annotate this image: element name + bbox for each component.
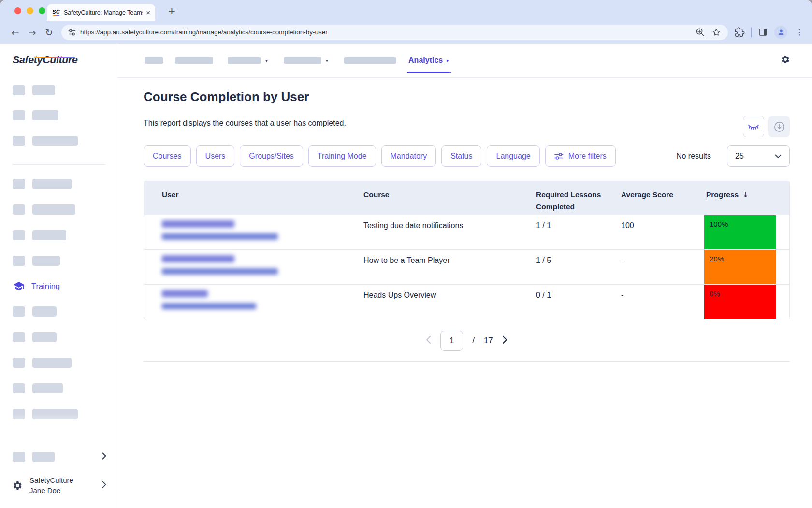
average-score-cell: -	[613, 285, 698, 319]
next-page-icon[interactable]	[502, 335, 508, 346]
sidebar-skeleton-item	[13, 409, 78, 419]
caret-down-icon: ▾	[265, 58, 268, 63]
side-panel-icon[interactable]	[758, 27, 768, 37]
extensions-icon[interactable]	[735, 27, 745, 37]
new-tab-button[interactable]: +	[168, 5, 176, 16]
nav-skeleton-tab	[175, 57, 213, 64]
sidebar-skeleton-item	[13, 230, 66, 240]
course-cell: How to be a Team Player	[355, 250, 528, 284]
site-settings-icon[interactable]	[68, 29, 76, 36]
top-navigation: ▾ ▾ Analytics ▾	[117, 44, 812, 78]
gear-icon	[13, 480, 23, 491]
column-header-required-lessons: Required Lessons Completed	[528, 181, 613, 215]
column-header-user: User	[144, 181, 355, 215]
hide-details-button[interactable]	[743, 116, 764, 137]
browser-window: SC SafetyCulture: Manage Teams and... × …	[0, 0, 812, 508]
sidebar-divider	[13, 164, 105, 165]
window-controls	[14, 7, 45, 14]
tab-analytics[interactable]: Analytics ▾	[408, 44, 449, 77]
progress-cell: 100%	[698, 215, 789, 249]
chevron-down-icon	[775, 154, 782, 159]
bookmark-star-icon[interactable]	[711, 28, 721, 37]
sidebar-skeleton-item	[13, 85, 55, 95]
person-icon	[777, 29, 785, 36]
column-header-course: Course	[355, 181, 528, 215]
user-name: Jane Doe	[29, 485, 73, 495]
previous-page-icon[interactable]	[426, 335, 431, 346]
redacted-user-email	[162, 268, 278, 275]
table-header: User Course Required Lessons Completed A…	[144, 181, 789, 215]
average-score-cell: 100	[613, 215, 698, 249]
required-lessons-cell: 1 / 5	[528, 250, 613, 284]
page-size-select[interactable]: 25	[727, 145, 790, 167]
progress-cell: 20%	[698, 250, 789, 284]
redacted-user-name	[162, 255, 234, 262]
org-name: SafetyCulture	[29, 475, 73, 485]
table-row: How to be a Team Player 1 / 5 - 20%	[144, 249, 789, 284]
zoom-icon[interactable]	[696, 28, 705, 37]
nav-skeleton-tab	[344, 57, 396, 64]
tab-title: SafetyCulture: Manage Teams and...	[64, 9, 143, 16]
tune-sliders-icon	[554, 153, 564, 160]
sidebar-item-training[interactable]: Training	[13, 280, 60, 292]
profile-avatar[interactable]	[774, 26, 787, 39]
training-label: Training	[31, 282, 60, 291]
toolbar-separator	[751, 28, 752, 37]
user-cell[interactable]	[144, 250, 355, 284]
course-completion-table: User Course Required Lessons Completed A…	[144, 181, 790, 319]
sidebar-skeleton-item	[13, 136, 78, 146]
browser-tab[interactable]: SC SafetyCulture: Manage Teams and... ×	[47, 4, 155, 21]
current-page-input[interactable]: 1	[440, 331, 463, 351]
filter-mandatory-button[interactable]: Mandatory	[381, 145, 436, 167]
results-count: No results	[676, 152, 711, 160]
user-cell[interactable]	[144, 285, 355, 319]
filter-groups-sites-button[interactable]: Groups/Sites	[240, 145, 303, 167]
caret-down-icon: ▾	[326, 58, 328, 63]
filter-language-button[interactable]: Language	[487, 145, 539, 167]
maximize-window-button[interactable]	[39, 7, 45, 14]
sidebar-skeleton-item	[13, 256, 60, 266]
sidebar-skeleton-item	[13, 179, 72, 189]
nav-skeleton-tab	[145, 57, 163, 64]
account-switcher[interactable]: SafetyCulture Jane Doe	[13, 475, 106, 495]
caret-down-icon: ▾	[446, 58, 449, 63]
column-header-progress[interactable]: Progress↓	[698, 181, 789, 215]
close-window-button[interactable]	[14, 7, 21, 14]
filter-courses-button[interactable]: Courses	[144, 145, 191, 167]
filter-users-button[interactable]: Users	[196, 145, 235, 167]
address-bar[interactable]: https://app.au.safetyculture.com/trainin…	[61, 25, 728, 40]
filter-status-button[interactable]: Status	[441, 145, 481, 167]
required-lessons-cell: 0 / 1	[528, 285, 613, 319]
forward-icon[interactable]: →	[24, 27, 41, 38]
progress-value: 100%	[704, 215, 776, 249]
back-icon[interactable]: ←	[7, 27, 24, 38]
average-score-cell: -	[613, 250, 698, 284]
progress-value: 0%	[704, 285, 776, 319]
training-cap-icon	[13, 280, 25, 292]
redacted-user-name	[162, 220, 234, 228]
table-row: Testing due date notifications 1 / 1 100…	[144, 215, 789, 249]
filter-training-mode-button[interactable]: Training Mode	[308, 145, 376, 167]
url-text[interactable]: https://app.au.safetyculture.com/trainin…	[80, 29, 691, 36]
required-lessons-cell: 1 / 1	[528, 215, 613, 249]
nav-skeleton-tab: ▾	[284, 57, 328, 64]
sidebar-bottom-item[interactable]	[13, 452, 106, 462]
reload-icon[interactable]: ↻	[41, 27, 58, 38]
browser-menu-icon[interactable]: ⋮	[794, 28, 805, 37]
progress-cell: 0%	[698, 285, 789, 319]
nav-skeleton-tab: ▾	[228, 57, 268, 64]
page-description: This report displays the courses that a …	[144, 119, 346, 128]
tab-strip: SC SafetyCulture: Manage Teams and... × …	[0, 0, 812, 21]
download-button[interactable]	[768, 116, 790, 137]
more-filters-button[interactable]: More filters	[545, 145, 616, 167]
user-cell[interactable]	[144, 215, 355, 249]
redacted-user-name	[162, 290, 208, 297]
redacted-user-email	[162, 233, 278, 240]
filters-row: Courses Users Groups/Sites Training Mode…	[144, 145, 790, 167]
chevron-right-icon	[102, 481, 106, 490]
close-tab-icon[interactable]: ×	[146, 9, 150, 16]
settings-gear-icon[interactable]	[781, 55, 790, 66]
minimize-window-button[interactable]	[27, 7, 33, 14]
content-divider	[144, 361, 790, 362]
sidebar-skeleton-item	[13, 306, 57, 317]
